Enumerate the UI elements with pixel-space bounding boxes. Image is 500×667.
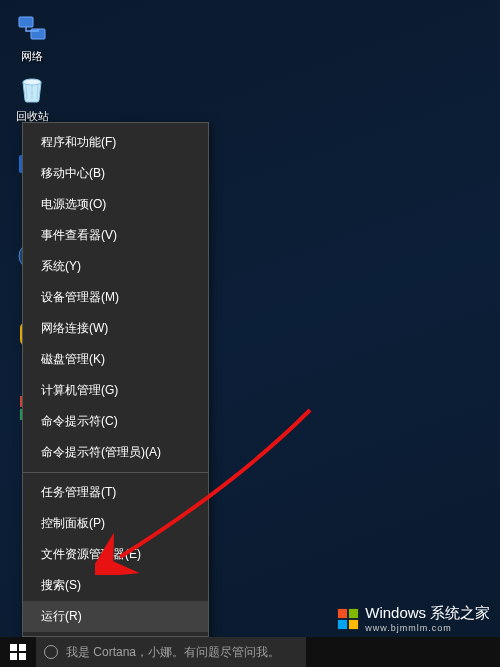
menu-item-label: 控制面板(P) [41,515,105,532]
menu-item-label: 磁盘管理(K) [41,351,105,368]
menu-item[interactable]: 磁盘管理(K) [23,344,208,375]
menu-item-label: 运行(R) [41,608,82,625]
menu-item[interactable]: 命令提示符(管理员)(A) [23,437,208,468]
menu-item[interactable]: 移动中心(B) [23,158,208,189]
menu-item[interactable]: 任务管理器(T) [23,477,208,508]
menu-item-label: 程序和功能(F) [41,134,116,151]
watermark-main: Windows [365,604,426,621]
desktop[interactable]: 网络 回收站 控 驱 [0,0,500,667]
menu-item-label: 网络连接(W) [41,320,108,337]
svg-rect-16 [338,619,347,628]
watermark-url: www.bjmmlm.com [365,623,490,633]
watermark: Windows 系统之家 www.bjmmlm.com [337,604,490,633]
svg-rect-17 [349,619,358,628]
menu-item-label: 命令提示符(C) [41,413,118,430]
menu-item[interactable]: 文件资源管理器(E) [23,539,208,570]
menu-item[interactable]: 网络连接(W) [23,313,208,344]
windows-logo-icon [337,608,359,630]
menu-item[interactable]: 电源选项(O) [23,189,208,220]
svg-rect-21 [19,653,26,660]
watermark-sub-cn: 系统之家 [430,604,490,621]
start-button[interactable] [0,637,36,667]
svg-rect-14 [338,608,347,617]
cortana-icon [44,645,58,659]
trash-icon [14,70,50,106]
menu-item[interactable]: 运行(R) [23,601,208,632]
svg-rect-18 [10,644,17,651]
menu-item-label: 设备管理器(M) [41,289,119,306]
desktop-icon-network[interactable]: 网络 [4,10,60,63]
menu-item[interactable]: 计算机管理(G) [23,375,208,406]
menu-item[interactable]: 程序和功能(F) [23,127,208,158]
desktop-icon-recycle-bin[interactable]: 回收站 [4,70,60,123]
menu-item[interactable]: 设备管理器(M) [23,282,208,313]
svg-rect-19 [19,644,26,651]
menu-item[interactable]: 搜索(S) [23,570,208,601]
menu-item-label: 移动中心(B) [41,165,105,182]
menu-item[interactable]: 控制面板(P) [23,508,208,539]
svg-rect-20 [10,653,17,660]
menu-item[interactable]: 事件查看器(V) [23,220,208,251]
menu-item-label: 系统(Y) [41,258,81,275]
windows-start-icon [10,644,26,660]
menu-item-label: 搜索(S) [41,577,81,594]
cortana-placeholder: 我是 Cortana，小娜。有问题尽管问我。 [66,644,280,661]
menu-item-label: 命令提示符(管理员)(A) [41,444,161,461]
menu-item-label: 计算机管理(G) [41,382,118,399]
svg-rect-0 [19,17,33,27]
menu-item-label: 文件资源管理器(E) [41,546,141,563]
menu-separator [23,472,208,473]
svg-rect-15 [349,608,358,617]
menu-item[interactable]: 命令提示符(C) [23,406,208,437]
menu-item[interactable]: 系统(Y) [23,251,208,282]
icon-label: 网络 [4,50,60,63]
menu-item-label: 事件查看器(V) [41,227,117,244]
menu-item-label: 任务管理器(T) [41,484,116,501]
cortana-search-box[interactable]: 我是 Cortana，小娜。有问题尽管问我。 [36,637,306,667]
network-icon [14,10,50,46]
menu-item-label: 电源选项(O) [41,196,106,213]
taskbar: 我是 Cortana，小娜。有问题尽管问我。 [0,637,500,667]
winx-context-menu: 程序和功能(F)移动中心(B)电源选项(O)事件查看器(V)系统(Y)设备管理器… [22,122,209,667]
